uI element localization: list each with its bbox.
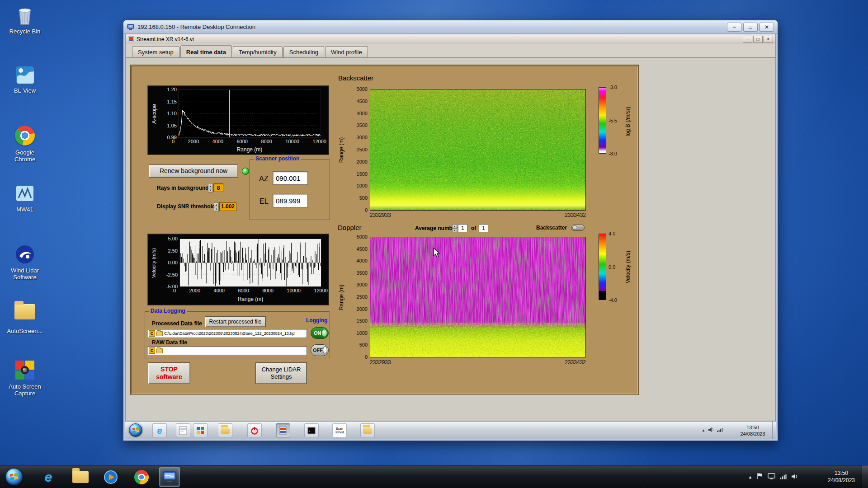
rdp-maximize-button[interactable]: □	[743, 23, 758, 32]
vi-titlebar[interactable]: StreamLine XR v14-6.vi − □ ×	[126, 34, 775, 44]
remote-taskbar-cmd-icon[interactable]	[304, 423, 319, 437]
remote-session: StreamLine XR v14-6.vi − □ × System setu…	[125, 34, 776, 439]
snr-spinner[interactable]: ▲▼	[214, 202, 219, 211]
remote-taskbar-explorer-icon[interactable]	[218, 423, 232, 437]
remote-show-desktop-button[interactable]	[772, 422, 776, 439]
tick-label: 10000	[287, 288, 301, 293]
browse-folder-icon[interactable]	[156, 331, 163, 336]
average-number-value[interactable]: 1	[458, 224, 467, 232]
tick-label: 5000	[357, 87, 368, 92]
raw-logging-toggle[interactable]: OFF	[311, 344, 329, 356]
taskbar-media-player-icon[interactable]	[100, 467, 121, 487]
tick-label: 500	[359, 343, 368, 347]
desktop-icon-bl-view[interactable]: BL-View	[5, 64, 44, 94]
c-drive-chip[interactable]: C	[149, 347, 155, 354]
remote-taskbar-power-icon[interactable]	[247, 423, 262, 437]
desktop-icon-auto-screen-capture[interactable]: Auto Screen Capture	[5, 360, 44, 397]
doppler-y-axis-label: Range (m)	[337, 237, 346, 357]
taskbar-explorer-icon[interactable]	[70, 467, 91, 487]
tick-label: 8000	[261, 139, 272, 144]
tray-network-icon[interactable]	[780, 473, 787, 481]
toggle-knob	[321, 329, 328, 337]
ascope-y-ticks: 1.201.151.101.050.99	[160, 87, 177, 140]
backscatter-toggle[interactable]	[571, 225, 585, 231]
desktop-icon-wind-lidar-software[interactable]: Wind Lidar Software	[5, 244, 44, 281]
desktop-icon-label: MW41	[5, 206, 44, 213]
remote-clock-time: 13:50	[736, 425, 769, 431]
vi-close-button[interactable]: ×	[764, 36, 773, 43]
taskbar-clock[interactable]: 13:50 24/08/2023	[824, 470, 859, 484]
tick-label: 10000	[285, 139, 299, 144]
tray-flag-icon[interactable]	[757, 473, 763, 481]
network-icon[interactable]	[717, 427, 723, 433]
vi-window-title: StreamLine XR v14-6.vi	[137, 36, 194, 42]
snr-threshold-value[interactable]: 1.002	[219, 202, 236, 211]
desktop-icon-recycle-bin[interactable]: Recycle Bin	[5, 5, 44, 35]
tab-real-time-data[interactable]: Real time data	[180, 45, 232, 57]
rdp-minimize-button[interactable]: −	[727, 23, 741, 32]
browse-folder-icon[interactable]	[156, 348, 163, 353]
remote-taskbar-scan-sched-icon[interactable]: Scan sched	[332, 423, 347, 437]
remote-clock[interactable]: 13:50 24/08/2023	[736, 425, 769, 437]
taskbar-chrome-icon[interactable]	[131, 467, 152, 487]
tick-label: 3500	[357, 271, 368, 276]
el-value[interactable]: 089.999	[273, 194, 308, 207]
remote-taskbar-app-grid-icon[interactable]	[193, 423, 208, 437]
renew-background-button[interactable]: Renew background now	[149, 164, 238, 178]
desktop-icon-google-chrome[interactable]: Google Chrome	[5, 125, 44, 163]
tray-chevron-icon[interactable]: ▲	[702, 428, 705, 432]
tick-label: 2500	[357, 295, 368, 300]
doppler-plot	[370, 237, 586, 357]
rays-in-background-value[interactable]: 8	[213, 183, 223, 192]
restart-processed-file-button[interactable]: Restart processed file	[205, 316, 266, 327]
tab-wind-profile[interactable]: Wind profile	[325, 46, 368, 57]
desktop-icon-autoscreen-folder[interactable]: AutoScreen...	[5, 299, 44, 335]
show-desktop-button[interactable]	[862, 465, 868, 488]
c-drive-chip[interactable]: C	[149, 330, 155, 337]
desktop-icon-mw41[interactable]: MW41	[5, 183, 44, 213]
backscatter-toggle-label: Backscatter	[536, 225, 567, 231]
remote-taskbar-wordpad-icon[interactable]	[176, 423, 190, 437]
clock-time: 13:50	[824, 470, 859, 477]
rays-in-background-label: Rays in background	[157, 185, 209, 191]
vi-restore-button[interactable]: □	[753, 36, 763, 43]
tray-volume-icon[interactable]	[791, 473, 798, 481]
remote-start-button[interactable]	[129, 423, 142, 437]
processed-logging-toggle[interactable]: ON	[311, 327, 329, 339]
desktop-icon-label: Auto Screen Capture	[5, 384, 44, 397]
doppler-x-start: 2332933	[370, 359, 391, 366]
change-lidar-settings-button[interactable]: Change LiDARSettings	[255, 362, 307, 384]
volume-icon[interactable]	[708, 427, 714, 433]
tab-scheduling[interactable]: Scheduling	[283, 46, 324, 57]
tray-chevron-icon[interactable]: ▲	[748, 475, 752, 479]
processed-file-path-field[interactable]: C C:\Lidar\Data\Proc\2023\202308\2023082…	[147, 329, 307, 338]
az-label: AZ	[259, 175, 268, 183]
tick-label: 3500	[357, 123, 368, 128]
tick-label: 1.10	[167, 111, 177, 116]
raw-file-path-field[interactable]: C	[147, 346, 307, 355]
tick-label: 500	[359, 196, 368, 201]
taskbar-ie-icon[interactable]: e	[38, 467, 59, 487]
tab-temp-humidity[interactable]: Temp/humidity	[233, 46, 283, 57]
backscatter-colorbar-ticks: -3.0-5.5-8.0	[609, 85, 625, 156]
remote-taskbar-streamline-xr-icon[interactable]	[276, 423, 290, 437]
vi-minimize-button[interactable]: −	[743, 36, 752, 43]
tray-display-icon[interactable]	[768, 473, 775, 481]
start-button[interactable]	[5, 468, 23, 485]
rdp-titlebar[interactable]: 192.168.0.150 - Remote Desktop Connectio…	[123, 20, 778, 34]
remote-taskbar-folder-icon[interactable]	[360, 423, 375, 437]
average-total-value[interactable]: 1	[479, 224, 488, 232]
tab-system-setup[interactable]: System setup	[132, 46, 179, 57]
az-value[interactable]: 090.001	[273, 171, 308, 185]
rays-spinner[interactable]: ▲▼	[208, 184, 213, 192]
taskbar-rdp-icon[interactable]	[159, 467, 180, 487]
doppler-y-ticks: 5000450040003500300025002000150010005000	[348, 235, 368, 360]
desktop: { "colors": { "panel_tan": "#b3925e", "l…	[0, 0, 868, 488]
remote-taskbar-ie-icon[interactable]: e	[152, 423, 167, 437]
stop-software-button[interactable]: STOPsoftware	[148, 362, 190, 384]
tick-label: 1000	[357, 331, 368, 336]
rdp-close-button[interactable]: ✕	[760, 23, 774, 32]
tick-label: 2.50	[168, 249, 178, 253]
average-number-spinner[interactable]: ▲▼	[452, 224, 457, 232]
backscatter-plot	[370, 89, 586, 211]
